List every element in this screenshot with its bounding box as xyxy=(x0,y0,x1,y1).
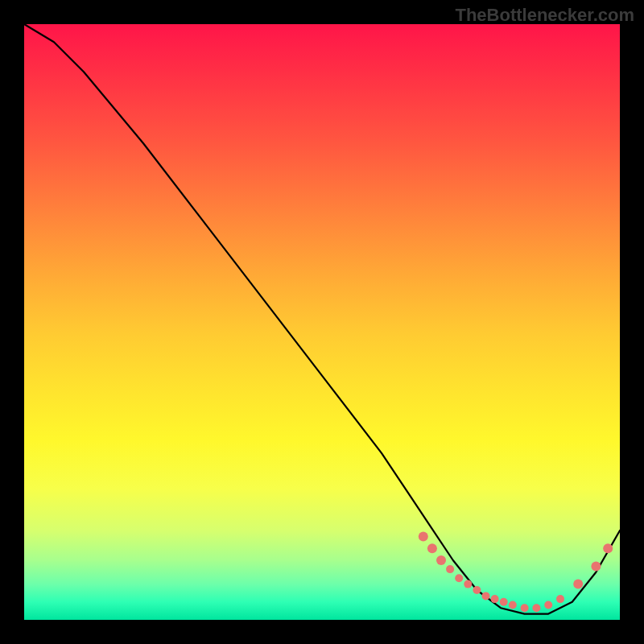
curve-marker xyxy=(573,580,583,589)
curve-marker xyxy=(427,543,437,553)
curve-marker xyxy=(491,595,499,603)
curve-marker xyxy=(521,604,529,612)
curve-marker xyxy=(464,580,472,588)
curve-marker xyxy=(500,598,508,606)
plot-area xyxy=(24,24,620,620)
curve-marker xyxy=(482,592,490,600)
curve-marker xyxy=(436,555,446,565)
curve-marker xyxy=(544,601,552,609)
curve-marker xyxy=(603,543,613,553)
curve-marker xyxy=(509,601,517,609)
curve-marker xyxy=(556,595,564,603)
curve-marker xyxy=(419,531,428,541)
curve-marker xyxy=(532,604,540,612)
curve-markers xyxy=(419,531,613,612)
chart-stage: TheBottlenecker.com xyxy=(0,0,644,644)
curve-marker xyxy=(591,561,601,571)
chart-svg xyxy=(24,24,620,620)
curve-line xyxy=(24,24,620,614)
curve-marker xyxy=(455,574,463,582)
curve-marker xyxy=(473,586,481,594)
curve-marker xyxy=(446,565,454,573)
attribution-label: TheBottlenecker.com xyxy=(455,5,634,26)
